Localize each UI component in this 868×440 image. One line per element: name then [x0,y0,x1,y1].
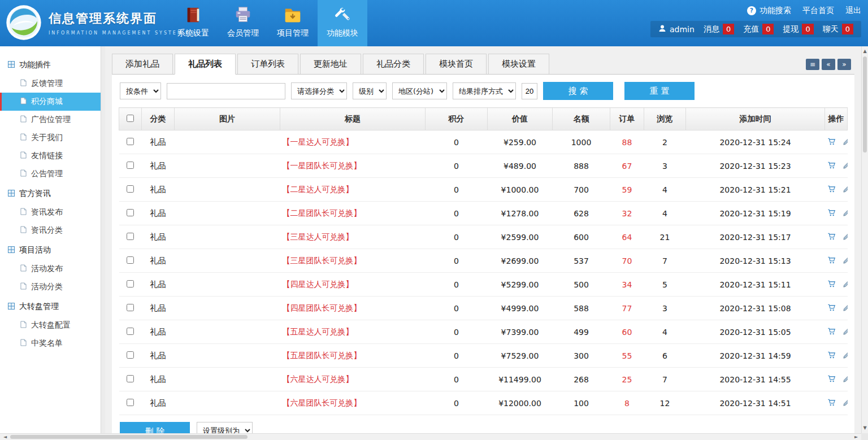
cell-title[interactable]: 【三星达人可兑换】 [280,225,426,249]
sidebar-item[interactable]: 资讯分类 [0,221,101,239]
row-checkbox[interactable] [127,375,134,382]
cart-icon[interactable] [827,303,836,313]
keyword-input[interactable] [167,83,285,99]
vertical-scroll-thumb[interactable] [863,56,867,153]
cell-title[interactable]: 【一星团队长可兑换】 [280,154,426,178]
cell-title[interactable]: 【三星团队长可兑换】 [280,249,426,273]
row-checkbox[interactable] [127,256,134,264]
sidebar-item[interactable]: 友情链接 [0,147,101,165]
edit-icon[interactable] [843,374,848,385]
user-counter[interactable]: 提现 0 [783,24,813,34]
cell-title[interactable]: 【六星团队长可兑换】 [280,391,426,415]
region-select[interactable]: 地区(分站) [392,82,447,99]
horizontal-scrollbar[interactable]: ◄ ► [0,433,861,440]
scroll-left-arrow-icon[interactable]: ◄ [1,434,9,440]
tab[interactable]: 礼品列表 [175,54,236,75]
sidebar-item[interactable]: 活动发布 [0,260,101,278]
scroll-down-icon[interactable]: ▼ [862,424,868,432]
level-select[interactable]: 级别 [353,82,387,99]
row-checkbox[interactable] [127,351,134,359]
cart-icon[interactable] [827,398,836,408]
top-nav-item[interactable]: 功能模块 [318,0,367,46]
cell-title[interactable]: 【二星团队长可兑换】 [280,202,426,225]
cart-icon[interactable] [827,327,836,337]
select-all-checkbox[interactable] [127,115,134,122]
tab[interactable]: 礼品分类 [363,54,424,74]
cart-icon[interactable] [827,280,836,290]
edit-icon[interactable] [843,256,848,266]
top-nav-item[interactable]: 会员管理 [218,0,268,46]
tab[interactable]: 模块首页 [426,54,487,74]
cart-icon[interactable] [827,208,836,219]
cart-icon[interactable] [827,161,836,171]
vertical-scrollbar[interactable]: ▲ ▼ [861,46,868,433]
cart-icon[interactable] [827,137,836,147]
row-checkbox[interactable] [127,280,134,287]
current-user[interactable]: admin [658,24,695,34]
sort-select[interactable]: 结果排序方式 [453,82,516,99]
sidebar-item[interactable]: 广告位管理 [0,111,101,129]
sidebar-item[interactable]: 积分商城 [0,93,101,111]
sidebar-group-title[interactable]: 官方资讯 [0,184,101,203]
tab[interactable]: 订单列表 [237,54,298,74]
edit-icon[interactable] [843,280,848,290]
edit-icon[interactable] [843,161,848,171]
row-checkbox[interactable] [127,304,134,311]
scroll-up-icon[interactable]: ▲ [862,47,868,55]
sidebar-item[interactable]: 关于我们 [0,129,101,147]
top-nav-item[interactable]: 项目管理 [268,0,318,46]
sidebar-item[interactable]: 反馈管理 [0,75,101,93]
scroll-left-icon[interactable]: « [822,59,835,70]
row-checkbox[interactable] [127,399,134,406]
sidebar-item[interactable]: 资讯发布 [0,203,101,221]
sidebar-item[interactable]: 活动分类 [0,278,101,296]
category-select[interactable]: 请选择分类 [291,82,347,99]
sidebar-item[interactable]: 中奖名单 [0,334,101,352]
row-checkbox[interactable] [127,328,134,335]
sidebar-group-title[interactable]: 功能插件 [0,55,101,75]
edit-icon[interactable] [843,398,848,408]
sidebar-group-title[interactable]: 项目活动 [0,241,101,260]
user-counter[interactable]: 充值 0 [743,24,774,34]
tab[interactable]: 添加礼品 [112,54,173,74]
cell-title[interactable]: 【二星达人可兑换】 [280,178,426,202]
sidebar-group-title[interactable]: 大转盘管理 [0,297,101,316]
sidebar-item[interactable]: 公告管理 [0,165,101,183]
condition-select[interactable]: 按条件 [120,82,161,99]
cart-icon[interactable] [827,256,836,266]
search-button[interactable]: 搜 索 [543,82,613,100]
cell-title[interactable]: 【四星达人可兑换】 [280,273,426,297]
cart-icon[interactable] [827,185,836,195]
row-checkbox[interactable] [127,233,134,240]
edit-icon[interactable] [843,185,848,195]
scroll-right-arrow-icon[interactable]: ► [852,434,860,440]
edit-icon[interactable] [843,351,848,361]
cell-title[interactable]: 【六星达人可兑换】 [280,368,426,391]
user-counter[interactable]: 聊天 0 [823,24,853,34]
top-nav-item[interactable]: 系统设置 [168,0,218,46]
sidebar-item[interactable]: 大转盘配置 [0,316,101,334]
cell-title[interactable]: 【五星达人可兑换】 [280,320,426,344]
cart-icon[interactable] [827,232,836,242]
edit-icon[interactable] [843,137,848,147]
row-checkbox[interactable] [127,138,134,145]
edit-icon[interactable] [843,208,848,219]
set-level-select[interactable]: 设置级别为 [197,422,253,433]
cell-title[interactable]: 【五星团队长可兑换】 [280,344,426,368]
horizontal-scroll-thumb[interactable] [10,435,248,439]
scroll-right-icon[interactable]: » [837,59,851,70]
link-platform-home[interactable]: 平台首页 [802,6,834,16]
user-counter[interactable]: 消息 0 [704,24,734,34]
row-checkbox[interactable] [127,185,134,193]
cell-title[interactable]: 【四星团队长可兑换】 [280,297,426,320]
link-function-search[interactable]: 功能搜索 [760,6,791,16]
reset-button[interactable]: 重 置 [624,82,695,100]
cell-title[interactable]: 【一星达人可兑换】 [280,130,426,154]
cart-icon[interactable] [827,374,836,385]
link-logout[interactable]: 退出 [845,6,861,16]
delete-button[interactable]: 删 除 [120,422,190,433]
edit-icon[interactable] [843,303,848,313]
menu-icon[interactable]: ≡ [806,59,819,70]
tab[interactable]: 更新地址 [300,54,361,74]
page-size-input[interactable] [522,83,537,99]
